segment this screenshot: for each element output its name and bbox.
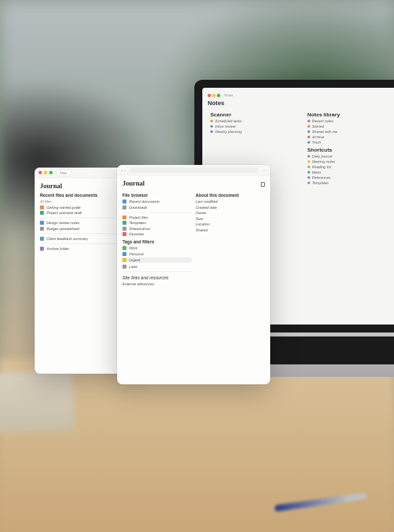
library-heading: Notes library bbox=[307, 112, 394, 118]
list-item[interactable]: Inbox review bbox=[210, 124, 301, 128]
folder-icon bbox=[122, 215, 126, 219]
file-item[interactable]: Getting started guide bbox=[40, 205, 129, 209]
meta-label: Location bbox=[196, 222, 210, 226]
list-item-label: Scheduled tasks bbox=[215, 119, 242, 123]
list-item[interactable]: Templates bbox=[122, 221, 192, 225]
bullet-icon bbox=[307, 182, 310, 184]
bullet-icon bbox=[307, 130, 310, 133]
file-item[interactable]: Client feedback summary bbox=[40, 237, 129, 241]
tag-item[interactable]: Personal bbox=[122, 252, 192, 256]
item-label: Later bbox=[129, 265, 138, 269]
list-item[interactable]: Ideas bbox=[307, 170, 394, 174]
file-label: Design review notes bbox=[47, 221, 80, 225]
doc-icon bbox=[122, 200, 126, 203]
list-item-label: Templates bbox=[312, 181, 329, 185]
laptop-header: Notes bbox=[208, 100, 394, 106]
bullet-icon bbox=[307, 141, 310, 144]
meta-item: Shared bbox=[196, 228, 265, 232]
meta-item: Size bbox=[196, 217, 265, 221]
tag-item[interactable]: Later bbox=[122, 265, 192, 269]
list-item[interactable]: Templates bbox=[307, 181, 394, 185]
chevron-right-icon[interactable]: › bbox=[124, 168, 126, 172]
maximize-icon[interactable] bbox=[49, 171, 53, 174]
item-label: External references bbox=[122, 282, 154, 286]
list-item-label: Inbox review bbox=[215, 124, 236, 128]
toolbar-tab[interactable]: Notes bbox=[224, 93, 233, 97]
download-icon bbox=[122, 205, 126, 209]
file-item[interactable]: Design review notes bbox=[40, 221, 129, 225]
shortcuts-heading: Shortcuts bbox=[307, 147, 394, 153]
section-heading: Tags and filters bbox=[122, 239, 192, 244]
section-heading: About this document bbox=[196, 193, 265, 198]
tag-icon bbox=[122, 246, 126, 250]
bullet-icon bbox=[307, 171, 310, 174]
list-item[interactable]: Project files bbox=[122, 215, 192, 219]
list-item-label: Starred bbox=[312, 124, 324, 128]
right-column: About this document Last modified Create… bbox=[196, 190, 265, 287]
meta-item: Owner bbox=[196, 211, 265, 215]
window-tab[interactable]: Files bbox=[56, 170, 71, 176]
tag-item[interactable]: Work bbox=[122, 246, 192, 250]
list-item[interactable]: Weekly planning bbox=[210, 130, 301, 134]
list-item[interactable]: Shared drive bbox=[122, 227, 192, 231]
list-item[interactable]: Downloads bbox=[122, 205, 192, 209]
traffic-light-min[interactable] bbox=[212, 94, 216, 97]
file-item[interactable]: Project overview draft bbox=[40, 211, 129, 215]
traffic-light-max[interactable] bbox=[217, 94, 220, 97]
file-item[interactable]: Budget spreadsheet bbox=[40, 227, 129, 231]
list-item-label: Ideas bbox=[312, 170, 321, 174]
list-item[interactable]: Shared with me bbox=[307, 130, 394, 134]
list-item[interactable]: Archive bbox=[307, 135, 394, 139]
bullet-icon bbox=[307, 120, 310, 122]
file-item[interactable]: Archive folder bbox=[40, 247, 129, 251]
more-icon[interactable]: ⋯ bbox=[262, 168, 266, 172]
chevron-left-icon[interactable]: ‹ bbox=[121, 168, 122, 172]
file-label: Budget spreadsheet bbox=[47, 227, 79, 231]
file-icon bbox=[40, 237, 44, 241]
close-icon[interactable] bbox=[39, 171, 42, 174]
meta-label: Shared bbox=[196, 228, 208, 232]
folder-icon bbox=[122, 221, 126, 225]
meta-label: Size bbox=[196, 217, 203, 221]
list-item-label: Archive bbox=[312, 135, 324, 139]
file-label: Getting started guide bbox=[47, 205, 81, 209]
list-item[interactable]: Recent documents bbox=[122, 200, 192, 203]
tag-icon bbox=[122, 252, 126, 256]
list-item-label: Recent notes bbox=[312, 119, 333, 123]
list-item[interactable]: Starred bbox=[307, 124, 394, 128]
list-item[interactable]: Meeting notes bbox=[307, 160, 394, 164]
list-item[interactable]: Recent notes bbox=[307, 119, 394, 123]
list-item[interactable]: Trash bbox=[307, 140, 394, 144]
window-main: ‹ › ⋯ Journal File browser Recent docume… bbox=[117, 165, 270, 384]
item-label: Project files bbox=[129, 215, 148, 219]
left-column: File browser Recent documents Downloads … bbox=[122, 190, 192, 287]
list-item[interactable]: Reading list bbox=[307, 165, 394, 169]
list-item[interactable]: References bbox=[307, 176, 394, 180]
list-item-label: Shared with me bbox=[312, 130, 337, 134]
scanner-heading: Scanner bbox=[210, 112, 301, 118]
list-item[interactable]: Scheduled tasks bbox=[210, 119, 301, 123]
traffic-light-close[interactable] bbox=[208, 94, 211, 97]
link-item[interactable]: External references bbox=[122, 282, 192, 286]
titlebar[interactable]: ‹ › ⋯ bbox=[117, 165, 270, 176]
bullet-icon bbox=[307, 166, 310, 168]
tag-icon bbox=[122, 265, 126, 269]
bullet-icon bbox=[307, 160, 310, 163]
address-bar[interactable] bbox=[130, 168, 258, 173]
bullet-icon bbox=[307, 176, 310, 179]
divider bbox=[40, 233, 129, 234]
section-heading: Recent files and documents bbox=[40, 193, 129, 198]
bullet-icon bbox=[210, 130, 213, 133]
bullet-icon bbox=[307, 136, 310, 138]
bullet-icon bbox=[307, 125, 310, 128]
list-item[interactable]: Favorites bbox=[122, 232, 192, 236]
books-prop bbox=[0, 371, 75, 434]
list-item-label: Trash bbox=[312, 140, 321, 144]
file-label: Project overview draft bbox=[47, 211, 82, 215]
star-icon bbox=[122, 232, 126, 236]
minimize-icon[interactable] bbox=[44, 171, 47, 174]
tag-item-selected[interactable]: Urgent bbox=[121, 257, 192, 263]
meta-item: Location bbox=[196, 222, 265, 226]
drive-icon bbox=[122, 227, 126, 231]
list-item[interactable]: Daily journal bbox=[307, 154, 394, 158]
